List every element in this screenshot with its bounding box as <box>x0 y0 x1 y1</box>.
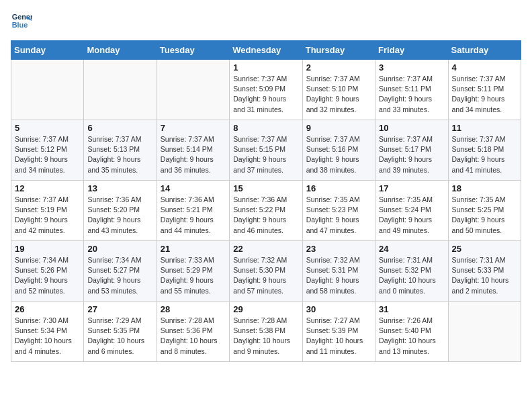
day-info: Sunrise: 7:35 AM Sunset: 5:24 PM Dayligh… <box>379 195 444 236</box>
day-info: Sunrise: 7:37 AM Sunset: 5:11 PM Dayligh… <box>379 74 444 115</box>
day-number: 6 <box>87 123 152 133</box>
weekday-header-row: SundayMondayTuesdayWednesdayThursdayFrid… <box>11 41 521 60</box>
calendar-cell: 10Sunrise: 7:37 AM Sunset: 5:17 PM Dayli… <box>375 120 448 181</box>
calendar-cell: 16Sunrise: 7:35 AM Sunset: 5:23 PM Dayli… <box>302 181 375 241</box>
calendar-week-row: 26Sunrise: 7:30 AM Sunset: 5:34 PM Dayli… <box>11 302 521 362</box>
day-info: Sunrise: 7:37 AM Sunset: 5:15 PM Dayligh… <box>233 134 298 175</box>
day-number: 23 <box>306 244 371 254</box>
day-info: Sunrise: 7:37 AM Sunset: 5:19 PM Dayligh… <box>15 195 80 236</box>
calendar-cell: 5Sunrise: 7:37 AM Sunset: 5:12 PM Daylig… <box>11 120 84 181</box>
logo: General Blue <box>11 11 35 32</box>
calendar-cell: 30Sunrise: 7:27 AM Sunset: 5:39 PM Dayli… <box>302 302 375 362</box>
day-info: Sunrise: 7:37 AM Sunset: 5:10 PM Dayligh… <box>306 74 371 115</box>
calendar-cell: 13Sunrise: 7:36 AM Sunset: 5:20 PM Dayli… <box>84 181 157 241</box>
day-info: Sunrise: 7:37 AM Sunset: 5:16 PM Dayligh… <box>306 134 371 175</box>
day-number: 11 <box>452 123 517 133</box>
day-info: Sunrise: 7:27 AM Sunset: 5:39 PM Dayligh… <box>306 316 371 357</box>
weekday-header-friday: Friday <box>375 41 448 60</box>
calendar-cell: 25Sunrise: 7:31 AM Sunset: 5:33 PM Dayli… <box>448 241 521 302</box>
calendar-cell <box>84 60 157 120</box>
day-info: Sunrise: 7:31 AM Sunset: 5:32 PM Dayligh… <box>379 255 444 296</box>
calendar-cell: 11Sunrise: 7:37 AM Sunset: 5:18 PM Dayli… <box>448 120 521 181</box>
day-info: Sunrise: 7:32 AM Sunset: 5:30 PM Dayligh… <box>233 255 298 296</box>
day-info: Sunrise: 7:35 AM Sunset: 5:23 PM Dayligh… <box>306 195 371 236</box>
calendar-cell: 24Sunrise: 7:31 AM Sunset: 5:32 PM Dayli… <box>375 241 448 302</box>
day-info: Sunrise: 7:28 AM Sunset: 5:36 PM Dayligh… <box>161 316 226 357</box>
day-number: 30 <box>306 304 371 314</box>
calendar-cell: 26Sunrise: 7:30 AM Sunset: 5:34 PM Dayli… <box>11 302 84 362</box>
calendar-cell: 21Sunrise: 7:33 AM Sunset: 5:29 PM Dayli… <box>157 241 229 302</box>
calendar-cell: 8Sunrise: 7:37 AM Sunset: 5:15 PM Daylig… <box>230 120 302 181</box>
day-info: Sunrise: 7:37 AM Sunset: 5:14 PM Dayligh… <box>161 134 226 175</box>
calendar-cell: 31Sunrise: 7:26 AM Sunset: 5:40 PM Dayli… <box>375 302 448 362</box>
calendar-table: SundayMondayTuesdayWednesdayThursdayFrid… <box>11 40 521 362</box>
day-info: Sunrise: 7:31 AM Sunset: 5:33 PM Dayligh… <box>452 255 517 296</box>
day-info: Sunrise: 7:30 AM Sunset: 5:34 PM Dayligh… <box>15 316 80 357</box>
weekday-header-monday: Monday <box>84 41 157 60</box>
calendar-cell: 28Sunrise: 7:28 AM Sunset: 5:36 PM Dayli… <box>157 302 229 362</box>
day-number: 29 <box>233 304 298 314</box>
day-number: 17 <box>379 183 444 193</box>
calendar-cell: 27Sunrise: 7:29 AM Sunset: 5:35 PM Dayli… <box>84 302 157 362</box>
day-info: Sunrise: 7:26 AM Sunset: 5:40 PM Dayligh… <box>379 316 444 357</box>
weekday-header-sunday: Sunday <box>11 41 84 60</box>
day-number: 16 <box>306 183 371 193</box>
calendar-week-row: 1Sunrise: 7:37 AM Sunset: 5:09 PM Daylig… <box>11 60 521 120</box>
calendar-cell: 1Sunrise: 7:37 AM Sunset: 5:09 PM Daylig… <box>230 60 302 120</box>
day-number: 21 <box>161 244 226 254</box>
day-number: 22 <box>233 244 298 254</box>
day-info: Sunrise: 7:37 AM Sunset: 5:18 PM Dayligh… <box>452 134 517 175</box>
calendar-cell: 19Sunrise: 7:34 AM Sunset: 5:26 PM Dayli… <box>11 241 84 302</box>
calendar-cell: 9Sunrise: 7:37 AM Sunset: 5:16 PM Daylig… <box>302 120 375 181</box>
day-number: 19 <box>15 244 80 254</box>
day-info: Sunrise: 7:37 AM Sunset: 5:17 PM Dayligh… <box>379 134 444 175</box>
calendar-cell: 15Sunrise: 7:36 AM Sunset: 5:22 PM Dayli… <box>230 181 302 241</box>
calendar-cell: 14Sunrise: 7:36 AM Sunset: 5:21 PM Dayli… <box>157 181 229 241</box>
calendar-week-row: 12Sunrise: 7:37 AM Sunset: 5:19 PM Dayli… <box>11 181 521 241</box>
day-info: Sunrise: 7:34 AM Sunset: 5:27 PM Dayligh… <box>87 255 152 296</box>
day-number: 15 <box>233 183 298 193</box>
day-info: Sunrise: 7:37 AM Sunset: 5:11 PM Dayligh… <box>452 74 517 115</box>
day-number: 20 <box>87 244 152 254</box>
calendar-cell <box>11 60 84 120</box>
day-number: 28 <box>161 304 226 314</box>
day-number: 26 <box>15 304 80 314</box>
svg-text:Blue: Blue <box>12 21 28 29</box>
weekday-header-wednesday: Wednesday <box>230 41 302 60</box>
svg-text:General: General <box>12 13 32 21</box>
day-info: Sunrise: 7:36 AM Sunset: 5:20 PM Dayligh… <box>87 195 152 236</box>
day-info: Sunrise: 7:36 AM Sunset: 5:21 PM Dayligh… <box>161 195 226 236</box>
calendar-cell: 12Sunrise: 7:37 AM Sunset: 5:19 PM Dayli… <box>11 181 84 241</box>
day-number: 7 <box>161 123 226 133</box>
day-info: Sunrise: 7:32 AM Sunset: 5:31 PM Dayligh… <box>306 255 371 296</box>
day-number: 5 <box>15 123 80 133</box>
day-number: 10 <box>379 123 444 133</box>
day-number: 31 <box>379 304 444 314</box>
day-info: Sunrise: 7:35 AM Sunset: 5:25 PM Dayligh… <box>452 195 517 236</box>
weekday-header-saturday: Saturday <box>448 41 521 60</box>
day-number: 8 <box>233 123 298 133</box>
day-info: Sunrise: 7:37 AM Sunset: 5:12 PM Dayligh… <box>15 134 80 175</box>
calendar-cell: 29Sunrise: 7:28 AM Sunset: 5:38 PM Dayli… <box>230 302 302 362</box>
day-info: Sunrise: 7:37 AM Sunset: 5:09 PM Dayligh… <box>233 74 298 115</box>
day-number: 9 <box>306 123 371 133</box>
calendar-week-row: 19Sunrise: 7:34 AM Sunset: 5:26 PM Dayli… <box>11 241 521 302</box>
day-info: Sunrise: 7:28 AM Sunset: 5:38 PM Dayligh… <box>233 316 298 357</box>
weekday-header-thursday: Thursday <box>302 41 375 60</box>
calendar-week-row: 5Sunrise: 7:37 AM Sunset: 5:12 PM Daylig… <box>11 120 521 181</box>
day-number: 12 <box>15 183 80 193</box>
day-info: Sunrise: 7:36 AM Sunset: 5:22 PM Dayligh… <box>233 195 298 236</box>
day-number: 27 <box>87 304 152 314</box>
day-number: 1 <box>233 62 298 73</box>
day-number: 3 <box>379 62 444 73</box>
calendar-cell: 22Sunrise: 7:32 AM Sunset: 5:30 PM Dayli… <box>230 241 302 302</box>
logo-icon: General Blue <box>11 11 32 32</box>
calendar-cell: 23Sunrise: 7:32 AM Sunset: 5:31 PM Dayli… <box>302 241 375 302</box>
page-header: General Blue <box>11 11 521 32</box>
weekday-header-tuesday: Tuesday <box>157 41 229 60</box>
calendar-header: SundayMondayTuesdayWednesdayThursdayFrid… <box>11 41 521 60</box>
calendar-cell: 3Sunrise: 7:37 AM Sunset: 5:11 PM Daylig… <box>375 60 448 120</box>
calendar-cell: 2Sunrise: 7:37 AM Sunset: 5:10 PM Daylig… <box>302 60 375 120</box>
day-number: 25 <box>452 244 517 254</box>
day-number: 18 <box>452 183 517 193</box>
